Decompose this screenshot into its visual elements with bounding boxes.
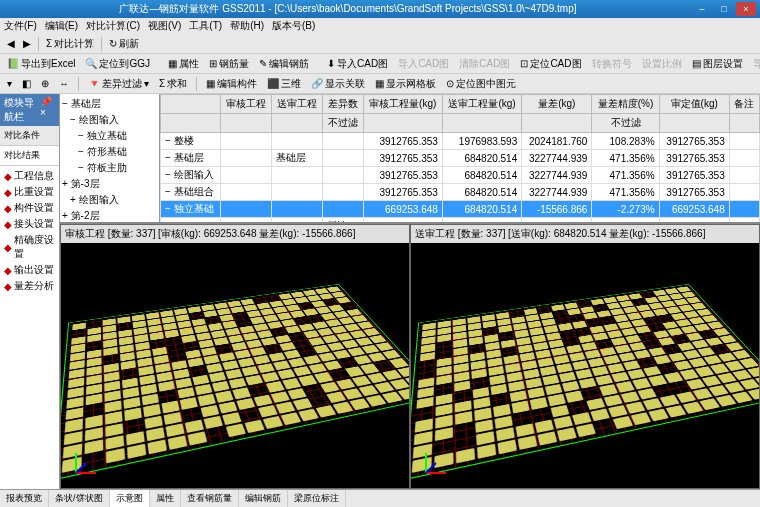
locate-cad[interactable]: ⊡ 定位CAD图 xyxy=(517,56,584,72)
locate-ggj[interactable]: 🔍 定位到GGJ xyxy=(82,56,153,72)
tree-column[interactable]: − 基础层− 绘图输入− 独立基础− 符形基础− 符板主肋+ 第-3层+ 绘图输… xyxy=(60,94,160,222)
menu-version[interactable]: 版本号(B) xyxy=(272,19,315,33)
nav-back[interactable]: ◀ xyxy=(4,37,18,50)
bottom-tab-0[interactable]: 报表预览 xyxy=(0,490,49,507)
props-button[interactable]: ▦ 属性 xyxy=(165,56,202,72)
menubar: 文件(F) 编辑(E) 对比计算(C) 视图(V) 工具(T) 帮助(H) 版本… xyxy=(0,18,760,34)
set-scale[interactable]: 设置比例 xyxy=(639,56,685,72)
maximize-button[interactable]: □ xyxy=(714,2,734,16)
menu-calc[interactable]: 对比计算(C) xyxy=(86,19,140,33)
import-cad[interactable]: ⬇ 导入CAD图 xyxy=(324,56,391,72)
tool-b[interactable]: ◧ xyxy=(19,77,34,90)
show-assoc[interactable]: 🔗 显示关联 xyxy=(308,76,368,92)
sum-button[interactable]: Σ 求和 xyxy=(156,76,190,92)
svg-line-2 xyxy=(76,463,86,473)
export-excel[interactable]: 📗 导出到Excel xyxy=(4,56,78,72)
show-grid[interactable]: ▦ 显示网格板 xyxy=(372,76,439,92)
nav-fwd[interactable]: ▶ xyxy=(20,37,34,50)
minimize-button[interactable]: – xyxy=(692,2,712,16)
tool-c[interactable]: ⊕ xyxy=(38,77,52,90)
edit-component[interactable]: ▦ 编辑构件 xyxy=(203,76,260,92)
svg-line-5 xyxy=(426,463,436,473)
import-cad2[interactable]: 导入CAD图 xyxy=(395,56,452,72)
left-panel-header: 模块导航栏📌 × xyxy=(0,94,59,126)
3d-view-left[interactable]: 审核工程 [数量: 337] [审核(kg): 669253.648 量差(kg… xyxy=(60,224,410,489)
bottom-tab-4[interactable]: 查看钢筋量 xyxy=(181,490,239,507)
bottom-tab-1[interactable]: 条状/饼状图 xyxy=(49,490,110,507)
calc-button[interactable]: Σ 对比计算 xyxy=(43,36,97,52)
3d-view-right[interactable]: 送审工程 [数量: 337] [送审(kg): 684820.514 量差(kg… xyxy=(410,224,760,489)
pin-icon[interactable]: 📌 × xyxy=(40,96,55,124)
bottom-tab-2[interactable]: 示意图 xyxy=(110,490,150,507)
axis-icon xyxy=(71,448,101,478)
titlebar: 广联达—钢筋对量软件 GSS2011 - [C:\Users\baok\Docu… xyxy=(0,0,760,18)
toolbar-3: ▾ ◧ ⊕ ↔ 🔻 差异过滤 ▾ Σ 求和 ▦ 编辑构件 ⬛ 三维 🔗 显示关联… xyxy=(0,74,760,94)
bottom-tab-6[interactable]: 梁原位标注 xyxy=(288,490,346,507)
close-button[interactable]: × xyxy=(736,2,756,16)
menu-edit[interactable]: 编辑(E) xyxy=(45,19,78,33)
clear-cad[interactable]: 清除CAD图 xyxy=(456,56,513,72)
locate-element[interactable]: ⊙ 定位图中图元 xyxy=(443,76,519,92)
3d-button[interactable]: ⬛ 三维 xyxy=(264,76,304,92)
tool-a[interactable]: ▾ xyxy=(4,77,15,90)
export-cad[interactable]: 导出选中CAD图形 xyxy=(750,56,760,72)
bottom-tabs: 报表预览 条状/饼状图 示意图 属性 查看钢筋量 编辑钢筋 梁原位标注 xyxy=(0,489,760,507)
left-panel: 模块导航栏📌 × 对比条件 对比结果 ◆ 工程信息◆ 比重设置◆ 构件设置◆ 接… xyxy=(0,94,60,489)
tool-d[interactable]: ↔ xyxy=(56,77,72,90)
bottom-tab-5[interactable]: 编辑钢筋 xyxy=(239,490,288,507)
window-title: 广联达—钢筋对量软件 GSS2011 - [C:\Users\baok\Docu… xyxy=(4,2,692,16)
edit-rebar[interactable]: ✎ 编辑钢筋 xyxy=(256,56,312,72)
tab-conditions[interactable]: 对比条件 xyxy=(0,126,59,146)
bottom-tab-3[interactable]: 属性 xyxy=(150,490,181,507)
diff-filter[interactable]: 🔻 差异过滤 ▾ xyxy=(85,76,152,92)
axis-icon xyxy=(421,448,451,478)
view2-header: 送审工程 [数量: 337] xyxy=(415,228,506,239)
data-table[interactable]: 审核工程送审工程差异数审核工程量(kg)送审工程量(kg)量差(kg)量差精度(… xyxy=(160,94,760,222)
tab-results[interactable]: 对比结果 xyxy=(0,146,59,166)
rebar-qty[interactable]: ⊞ 钢筋量 xyxy=(206,56,252,72)
view1-header: 审核工程 [数量: 337] xyxy=(65,228,156,239)
toolbar-2: 📗 导出到Excel 🔍 定位到GGJ ▦ 属性 ⊞ 钢筋量 ✎ 编辑钢筋 ⬇ … xyxy=(0,54,760,74)
menu-help[interactable]: 帮助(H) xyxy=(230,19,264,33)
convert-symbol[interactable]: 转换符号 xyxy=(589,56,635,72)
layer-settings[interactable]: ▤ 图层设置 xyxy=(689,56,746,72)
menu-tools[interactable]: 工具(T) xyxy=(189,19,222,33)
refresh-button[interactable]: ↻ 刷新 xyxy=(106,36,142,52)
toolbar-1: ◀ ▶ Σ 对比计算 ↻ 刷新 xyxy=(0,34,760,54)
left-tree[interactable]: ◆ 工程信息◆ 比重设置◆ 构件设置◆ 接头设置◆ 精确度设置◆ 输出设置◆ 量… xyxy=(0,166,59,489)
menu-file[interactable]: 文件(F) xyxy=(4,19,37,33)
menu-view[interactable]: 视图(V) xyxy=(148,19,181,33)
